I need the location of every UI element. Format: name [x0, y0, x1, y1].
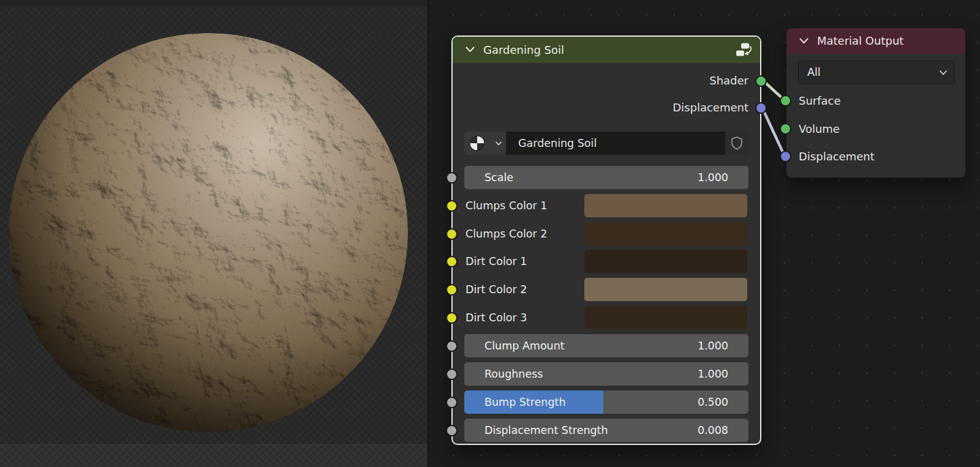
material-preview-panel — [0, 0, 428, 467]
node-group-icon — [735, 42, 752, 58]
socket-clump-amount[interactable] — [446, 340, 458, 352]
color-swatch[interactable] — [584, 278, 747, 301]
slider-displacement-strength[interactable]: Displacement Strength 0.008 — [464, 419, 748, 442]
input-label-surface: Surface — [799, 95, 841, 107]
slider-label: Scale — [484, 166, 513, 189]
preview-floor-band — [0, 444, 428, 467]
socket-clumps-color-2[interactable] — [446, 228, 458, 240]
node-material-output[interactable]: Material Output All Surface Volume Displ… — [786, 28, 966, 178]
output-label-shader: Shader — [709, 75, 748, 87]
color-swatch[interactable] — [584, 250, 747, 273]
collapse-chevron-icon[interactable] — [466, 47, 475, 53]
material-preview-sphere — [0, 0, 428, 467]
color-swatch[interactable] — [584, 306, 747, 329]
socket-output-displacement[interactable] — [755, 102, 767, 114]
socket-dirt-color-3[interactable] — [446, 312, 458, 324]
blender-shader-workspace: Gardening Soil Shader Displacement — [0, 0, 980, 467]
input-label: Dirt Color 3 — [466, 306, 527, 329]
input-label-volume: Volume — [799, 123, 840, 135]
shield-icon — [731, 136, 743, 150]
input-label: Clumps Color 2 — [466, 222, 547, 245]
socket-displacement[interactable] — [780, 151, 791, 162]
node-gardening-soil[interactable]: Gardening Soil Shader Displacement — [451, 35, 761, 445]
color-swatch[interactable] — [584, 194, 747, 217]
chevron-down-icon — [496, 141, 502, 146]
socket-displacement-strength[interactable] — [446, 425, 458, 436]
node-header[interactable]: Gardening Soil — [453, 37, 760, 63]
node-header[interactable]: Material Output — [786, 28, 965, 54]
socket-clumps-color-1[interactable] — [446, 200, 458, 212]
slider-label: Displacement Strength — [484, 419, 608, 442]
socket-output-shader[interactable] — [755, 75, 767, 87]
input-row-clumps-color-1: Clumps Color 1 — [464, 194, 748, 217]
input-label: Dirt Color 1 — [466, 250, 527, 273]
input-label-displacement: Displacement — [799, 151, 875, 163]
node-title: Gardening Soil — [483, 37, 564, 63]
slider-value: 1.000 — [698, 362, 728, 386]
input-label: Clumps Color 1 — [466, 194, 547, 217]
slider-value: 1.000 — [698, 166, 728, 189]
material-name-field[interactable]: Gardening Soil — [506, 132, 725, 155]
color-swatch[interactable] — [584, 222, 747, 245]
socket-scale[interactable] — [446, 172, 458, 184]
shader-node-editor[interactable]: Gardening Soil Shader Displacement — [429, 0, 980, 467]
slider-bump-strength[interactable]: Bump Strength 0.500 — [464, 390, 748, 414]
fake-user-button[interactable] — [725, 132, 748, 155]
node-title: Material Output — [817, 28, 903, 54]
socket-roughness[interactable] — [446, 368, 458, 380]
socket-volume[interactable] — [780, 123, 791, 135]
slider-scale[interactable]: Scale 1.000 — [464, 166, 748, 189]
slider-label: Roughness — [484, 362, 543, 386]
slider-value: 0.500 — [698, 390, 728, 414]
input-label: Dirt Color 2 — [466, 278, 527, 301]
slider-label: Bump Strength — [484, 390, 566, 414]
material-browse-button[interactable] — [464, 132, 506, 155]
target-dropdown[interactable]: All — [798, 61, 955, 84]
slider-clump-amount[interactable]: Clump Amount 1.000 — [464, 334, 748, 357]
chevron-down-icon — [940, 70, 947, 75]
collapse-chevron-icon[interactable] — [799, 38, 809, 44]
target-dropdown-value: All — [807, 61, 821, 84]
socket-dirt-color-1[interactable] — [446, 256, 458, 267]
output-label-displacement: Displacement — [673, 102, 748, 114]
input-row-dirt-color-3: Dirt Color 3 — [464, 306, 748, 329]
input-row-dirt-color-1: Dirt Color 1 — [464, 250, 748, 273]
slider-roughness[interactable]: Roughness 1.000 — [464, 362, 748, 386]
input-row-dirt-color-2: Dirt Color 2 — [464, 278, 748, 301]
material-selector: Gardening Soil — [464, 132, 748, 155]
material-sphere-icon — [469, 135, 485, 151]
socket-dirt-color-2[interactable] — [446, 284, 458, 296]
input-row-clumps-color-2: Clumps Color 2 — [464, 222, 748, 245]
slider-value: 0.008 — [698, 419, 728, 442]
slider-label: Clump Amount — [484, 334, 565, 357]
preview-top-edge — [0, 0, 428, 6]
socket-surface[interactable] — [780, 95, 791, 106]
slider-value: 1.000 — [698, 334, 728, 357]
socket-bump-strength[interactable] — [446, 397, 458, 408]
